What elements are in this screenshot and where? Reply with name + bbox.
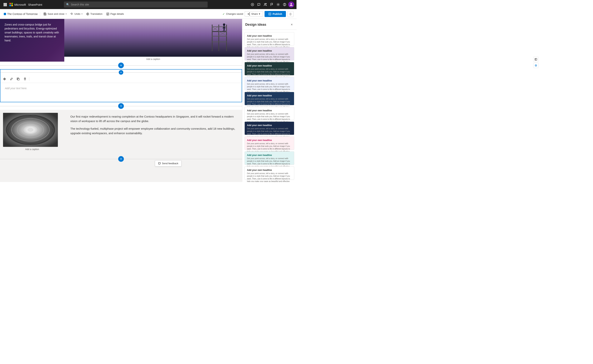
svg-rect-35 [218,25,219,51]
design-card-3[interactable]: Add your own headline Get your point acr… [244,62,294,75]
editor-content: Zones and cross-campus bridge just for p… [0,19,242,170]
add-section-button-3[interactable]: + [118,156,124,162]
design-card-8[interactable]: Add your own headline Get your point acr… [244,136,294,150]
card-10-subtitle: Get your point across, tell a story, or … [247,172,292,182]
dark-section: Zones and cross-campus bridge just for p… [0,19,242,62]
toolbar-divider [29,77,29,81]
design-panel-header: Design ideas × [242,19,296,30]
svg-line-24 [248,14,249,14]
main-area: Zones and cross-campus bridge just for p… [0,19,296,182]
two-col-section: Add a caption Our first major redevelopm… [0,110,242,155]
page-dot [4,13,6,15]
design-card-10[interactable]: Add your own headline Get your point acr… [244,166,294,180]
add-section-button-1[interactable]: + [118,63,124,68]
paragraph-2: The technology-fueled, multiphase projec… [70,126,236,136]
page-details-button[interactable]: Page details [104,11,126,17]
design-panel-close-button[interactable]: × [290,22,293,27]
image-caption-1[interactable]: Add a caption [64,57,242,62]
svg-point-11 [265,3,266,4]
paragraph-1: Our first major redevelopment is nearing… [70,114,236,124]
svg-rect-37 [212,36,227,37]
design-card-4[interactable]: Add your own headline Get your point acr… [244,77,294,90]
delete-tool[interactable] [22,76,28,82]
duplicate-tool[interactable] [15,76,21,82]
col-caption[interactable]: Add a caption [3,147,61,152]
svg-rect-36 [212,26,227,27]
dark-section-text: Zones and cross-campus bridge just for p… [5,23,60,43]
svg-point-22 [248,14,248,14]
design-ideas-list: Add your own headline Get your point acr… [242,30,296,182]
secondary-toolbar: The Contoso of Tomorrow Save and close ▾… [0,9,296,19]
search-bar[interactable]: 🔍 [64,1,208,7]
card-8-title: Add your own headline [247,139,292,142]
publish-button[interactable]: Publish [264,11,286,17]
svg-rect-4 [5,4,6,5]
add-section-button-inner[interactable]: + [119,70,123,75]
svg-point-26 [223,23,225,26]
design-panel-title: Design ideas [245,23,266,27]
translation-button[interactable]: Translation [84,11,104,17]
logo-red [9,3,11,4]
svg-point-12 [277,4,279,5]
design-card-5[interactable]: Add your own headline Get your point acr… [244,92,294,105]
help-button[interactable] [282,2,287,7]
design-card-1[interactable]: Add your own headline Get your point acr… [244,32,294,46]
flag-button[interactable] [269,2,275,7]
design-card-6[interactable]: Add your own headline Get your point acr… [244,107,294,120]
card-6-title: Add your own headline [247,109,292,112]
section-divider-1: + [0,62,242,69]
undo-arrow: ▾ [81,13,82,15]
add-section-button-2[interactable]: + [118,103,124,109]
dark-section-left: Zones and cross-campus bridge just for p… [0,19,64,62]
section-divider-2: + [0,102,242,110]
svg-rect-2 [6,3,7,4]
apps-menu-button[interactable] [2,2,8,7]
save-close-button[interactable]: Save and close ▾ [42,11,68,17]
card-5-title: Add your own headline [247,94,292,97]
svg-point-10 [264,3,265,5]
move-tool[interactable] [2,76,7,82]
design-card-2[interactable]: Add your own headline Get your point acr… [244,47,294,60]
feedback-container: Send feedback [0,163,242,170]
chat-button[interactable] [256,2,262,7]
text-block-section: + [0,69,242,102]
avatar[interactable] [288,1,294,7]
card-9-title: Add your own headline [247,154,292,156]
edit-tool[interactable] [9,76,14,82]
page-name: The Contoso of Tomorrow [7,13,38,15]
spiral-inner [3,113,58,147]
people-button[interactable] [263,2,268,7]
send-feedback-button[interactable]: Send feedback [155,160,182,167]
card-7-title: Add your own headline [247,124,292,127]
card-2-title: Add your own headline [247,50,292,52]
settings-button[interactable] [275,2,281,7]
scaffold-illustration [208,21,231,51]
collapse-button[interactable]: ⟨⟩ [287,11,293,17]
svg-point-20 [249,13,250,13]
svg-rect-34 [226,25,227,51]
save-close-arrow: ▾ [66,13,66,15]
svg-line-31 [224,29,225,31]
design-card-9[interactable]: Add your own headline Get your point acr… [244,151,294,165]
microsoft-label: Microsoft [14,3,26,6]
page-indicator: The Contoso of Tomorrow [3,12,40,16]
card-3-title: Add your own headline [247,65,292,67]
search-input[interactable] [71,3,205,6]
svg-rect-16 [44,14,46,15]
microsoft-logo: Microsoft SharePoint [9,3,42,6]
svg-rect-8 [6,5,7,6]
editor-area[interactable]: Zones and cross-campus bridge just for p… [0,19,242,182]
svg-rect-3 [4,4,5,5]
copilot-button[interactable] [250,2,255,7]
spiral-svg [3,113,58,147]
share-button[interactable]: Share ▾ [245,11,263,17]
top-navigation: Microsoft SharePoint 🔍 [0,0,296,9]
check-icon: ✓ [223,13,225,15]
undo-button[interactable]: Undo ▾ [68,11,84,17]
design-card-7[interactable]: Add your own headline Get your point acr… [244,122,294,135]
text-block-content[interactable]: Add your text here. [0,83,242,102]
svg-rect-33 [212,25,212,51]
design-panel: Design ideas × Add your own headline Get… [242,19,296,182]
svg-point-48 [28,128,33,131]
share-arrow: ▾ [259,13,260,15]
